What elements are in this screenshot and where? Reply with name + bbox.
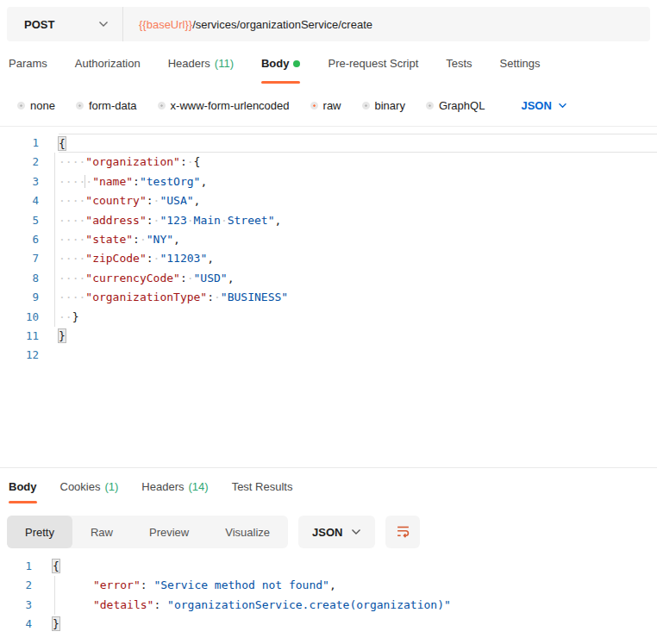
body-mode-form-data[interactable]: form-data (76, 99, 137, 112)
tab-pre-request-script[interactable]: Pre-request Script (328, 41, 418, 85)
code-line: 5····"address":·"123·Main·Street", (0, 211, 657, 230)
line-number: 1 (0, 134, 39, 153)
url-input[interactable]: {{baseUrl}}/services/organizationService… (123, 7, 650, 41)
body-mode-label: GraphQL (439, 99, 485, 112)
response-view-bar: PrettyRawPreviewVisualize JSON (7, 516, 657, 548)
tab-tests[interactable]: Tests (446, 41, 472, 85)
tab-settings[interactable]: Settings (500, 41, 541, 85)
tab-body[interactable]: Body (261, 41, 301, 85)
request-language-label: JSON (521, 99, 551, 112)
code-line-content[interactable]: { (59, 134, 657, 153)
code-line-content[interactable]: } (53, 615, 657, 634)
radio-icon (17, 102, 25, 109)
code-line-content[interactable]: { (53, 557, 657, 576)
code-line: 9····"organizationType":·"BUSINESS" (0, 288, 657, 307)
url-path: /services/organizationService/create (192, 18, 372, 31)
code-line-content[interactable]: ··} (59, 308, 657, 327)
body-mode-label: form-data (89, 99, 137, 112)
response-view-switcher: PrettyRawPreviewVisualize (7, 516, 288, 548)
tab-params[interactable]: Params (9, 41, 47, 85)
code-line-content[interactable]: ····"currencyCode":·"USD", (59, 269, 657, 288)
response-tab-headers[interactable]: Headers(14) (141, 468, 208, 505)
code-line-content[interactable]: ·····"name":"testOrg", (59, 172, 657, 191)
body-mode-none[interactable]: none (17, 99, 55, 112)
response-tabs: BodyCookies(1)Headers(14)Test Results (0, 468, 657, 505)
method-selector[interactable]: POST (7, 7, 123, 41)
code-line-content[interactable]: ····"zipCode":·"11203", (59, 249, 657, 268)
response-language-select[interactable]: JSON (298, 516, 375, 548)
code-line-content[interactable]: ····"address":·"123·Main·Street", (59, 211, 657, 230)
line-number: 12 (0, 346, 39, 365)
radio-icon (426, 102, 434, 109)
code-line-content[interactable] (59, 346, 657, 365)
view-visualize[interactable]: Visualize (207, 516, 288, 548)
body-mode-graphql[interactable]: GraphQL (426, 99, 485, 112)
body-mode-label: raw (323, 99, 341, 112)
tab-label: Settings (500, 57, 541, 70)
line-number: 1 (0, 557, 32, 576)
code-line: 8····"currencyCode":·"USD", (0, 269, 657, 288)
line-number: 4 (0, 191, 39, 210)
body-mode-raw[interactable]: raw (310, 99, 341, 112)
body-mode-label: x-www-form-urlencoded (171, 99, 290, 112)
chevron-down-icon (558, 103, 567, 109)
response-language-label: JSON (312, 526, 342, 539)
request-body-editor[interactable]: 1{2····"organization":·{3·····"name":"te… (0, 127, 657, 467)
tab-label: Params (9, 57, 47, 70)
view-preview[interactable]: Preview (131, 516, 207, 548)
unsaved-changes-dot-icon (293, 60, 300, 67)
tab-count-badge: (14) (189, 480, 209, 493)
response-tab-test-results[interactable]: Test Results (232, 468, 293, 505)
body-mode-x-www-form-urlencoded[interactable]: x-www-form-urlencoded (158, 99, 290, 112)
code-line: 10··} (0, 308, 657, 327)
url-variable: {{baseUrl}} (139, 18, 192, 31)
view-raw[interactable]: Raw (72, 516, 131, 548)
tab-label: Pre-request Script (328, 57, 418, 70)
code-line-content[interactable]: ····"organizationType":·"BUSINESS" (59, 288, 657, 307)
body-mode-label: none (30, 99, 55, 112)
tab-label: Body (261, 57, 290, 70)
tab-authorization[interactable]: Authorization (75, 41, 141, 85)
line-number: 4 (0, 615, 32, 634)
code-line: 3 "details": "organizationService.create… (0, 596, 657, 615)
tab-headers[interactable]: Headers(11) (168, 41, 234, 85)
code-line-content[interactable]: ····"country":·"USA", (59, 191, 657, 210)
code-line-content[interactable]: "details": "organizationService.create(o… (53, 596, 657, 615)
body-mode-bar: noneform-datax-www-form-urlencodedrawbin… (0, 85, 657, 127)
line-number: 3 (0, 596, 32, 615)
line-number: 2 (0, 153, 39, 172)
code-line: 11} (0, 327, 657, 346)
chevron-down-icon (351, 528, 361, 535)
line-number: 6 (0, 230, 39, 249)
tab-label: Test Results (232, 480, 293, 493)
method-label: POST (24, 18, 54, 31)
body-mode-label: binary (375, 99, 405, 112)
code-line: 2 "error": "Service method not found", (0, 576, 657, 595)
code-line: 4} (0, 615, 657, 634)
line-number: 5 (0, 211, 39, 230)
tab-label: Authorization (75, 57, 141, 70)
chevron-down-icon (98, 21, 109, 28)
radio-icon (76, 102, 84, 109)
code-line-content[interactable]: ····"organization":·{ (59, 153, 657, 172)
tab-label: Body (9, 480, 37, 493)
tab-count-badge: (11) (215, 57, 234, 70)
wrap-text-button[interactable] (385, 516, 420, 548)
response-tab-cookies[interactable]: Cookies(1) (60, 468, 119, 505)
line-number: 11 (0, 327, 39, 346)
body-mode-binary[interactable]: binary (362, 99, 405, 112)
tab-label: Tests (446, 57, 472, 70)
radio-icon (158, 102, 166, 109)
tab-count-badge: (1) (104, 480, 118, 493)
code-line-content[interactable]: "error": "Service method not found", (53, 576, 657, 595)
line-number: 9 (0, 288, 39, 307)
view-pretty[interactable]: Pretty (7, 516, 72, 548)
line-number: 3 (0, 172, 39, 191)
code-line-content[interactable]: ····"state":·"NY", (59, 230, 657, 249)
tab-label: Headers (141, 480, 184, 493)
response-tab-body[interactable]: Body (9, 468, 37, 505)
code-line-content[interactable]: } (59, 327, 657, 346)
request-language-select[interactable]: JSON (521, 99, 566, 112)
line-number: 2 (0, 576, 32, 595)
line-number: 10 (0, 308, 39, 327)
